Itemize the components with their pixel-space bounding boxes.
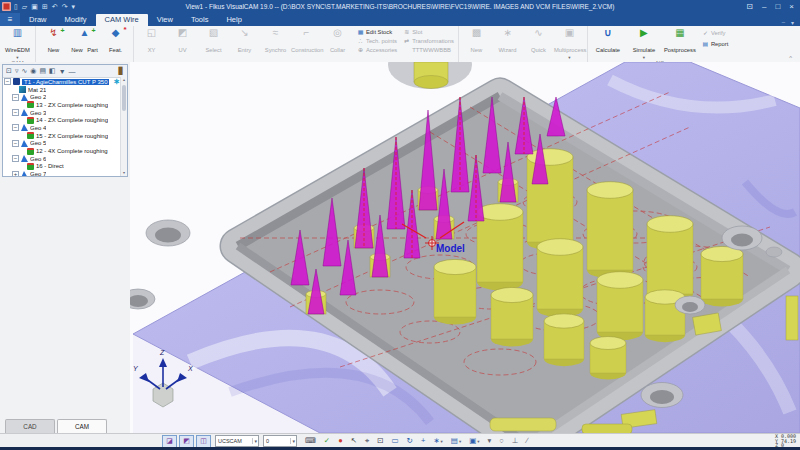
open-file-icon[interactable]: ▱ xyxy=(22,0,27,13)
expander-icon[interactable]: − xyxy=(12,155,19,162)
ribbon-small-button[interactable]: ⊕ Accessories xyxy=(357,46,397,53)
view-iso-icon[interactable]: ◪ xyxy=(162,435,177,448)
ribbon-small-button[interactable]: ≋ Slot xyxy=(403,28,454,35)
ribbon-button[interactable]: ▦ Postprocess xyxy=(662,26,698,56)
document-icon[interactable]: ▤ xyxy=(39,67,46,75)
circle-snap-icon[interactable]: ○ xyxy=(499,435,504,448)
cursor-icon[interactable]: ↖ xyxy=(351,435,357,448)
tree-item[interactable]: 15 - ZX Complete roughing xyxy=(3,132,127,140)
app-icon[interactable] xyxy=(2,2,11,11)
show-curves-icon[interactable]: ∿ xyxy=(21,67,27,75)
menu-tab[interactable]: CAM Wire xyxy=(96,14,148,26)
new-file-icon[interactable]: ▯ xyxy=(14,0,18,13)
ribbon-small-button[interactable]: TTTWWWBBB xyxy=(403,47,454,53)
tree-item[interactable]: + Geo 7 xyxy=(3,170,127,177)
ribbon-button[interactable]: ▲ New Part xyxy=(69,26,100,56)
ribbon-small-button[interactable]: ✓ Verify xyxy=(702,29,728,36)
ribbon-button[interactable]: ▥ WireEDM ▾ xyxy=(2,26,33,60)
ribbon-minimize-icon[interactable]: – xyxy=(782,19,785,26)
select-window-icon[interactable]: ⊡ xyxy=(377,435,383,448)
tree-item[interactable]: − Geo 4 xyxy=(3,124,127,132)
pin-icon[interactable]: ▊ xyxy=(119,67,124,75)
ribbon-button-icon: ▣ xyxy=(561,27,577,38)
ribbon-small-button[interactable]: ⇄ Transformations xyxy=(403,37,454,44)
viewport-3d[interactable]: Model Z Y X xyxy=(130,62,800,433)
expander-icon[interactable]: + xyxy=(12,171,19,177)
undo-icon[interactable]: ↶ xyxy=(52,0,58,13)
scrollbar-thumb[interactable] xyxy=(122,85,126,111)
ribbon-small-button[interactable]: ▦ Edit Stock xyxy=(357,28,397,35)
close-icon[interactable]: × xyxy=(789,2,794,11)
ribbon-button[interactable]: ▶ Simulate ▾ xyxy=(626,26,662,60)
tree-item[interactable]: − Geo 5 xyxy=(3,140,127,148)
ribbon-collapse-icon[interactable]: ^ xyxy=(789,55,792,61)
favorite-icon[interactable]: ∗ xyxy=(113,77,120,86)
ribbon-small-button[interactable]: ▤ Report xyxy=(702,40,728,47)
expander-icon[interactable]: − xyxy=(12,124,19,131)
expander-icon[interactable]: − xyxy=(12,94,19,101)
mode-tab[interactable]: CAM xyxy=(57,419,107,433)
tree-item[interactable]: − T1 - AgieCharmilles CUT P 350 ∗ xyxy=(3,78,127,86)
minimize-icon[interactable]: – xyxy=(762,2,766,11)
view-top-icon[interactable]: ◩ xyxy=(179,435,194,448)
filter-icon[interactable]: ▼ xyxy=(59,68,66,75)
wire-filter-icon[interactable]: ▿ xyxy=(15,67,19,75)
line-snap-icon[interactable]: ∕ xyxy=(526,435,527,448)
expander-icon[interactable]: − xyxy=(12,109,19,116)
menu-tab[interactable]: Draw xyxy=(20,14,56,26)
ribbon-small-button[interactable]: ∴ Tech. points xyxy=(357,37,397,44)
ribbon-button[interactable]: ⌐ Construction xyxy=(291,26,322,56)
expander-icon[interactable]: − xyxy=(12,140,19,147)
ribbon-more-icon[interactable]: ▾ xyxy=(791,19,794,26)
redo-icon[interactable]: ↷ xyxy=(62,0,68,13)
view-dynamic-icon[interactable]: ◫ xyxy=(196,435,211,448)
zoom-window-icon[interactable]: ▭ xyxy=(391,435,398,448)
chevron-down-icon[interactable]: ▾ xyxy=(290,438,296,444)
copy-view-icon[interactable]: ▣▾ xyxy=(469,435,479,448)
scroll-down-icon[interactable]: ▾ xyxy=(121,170,127,176)
save-icon[interactable]: ▣ xyxy=(31,0,38,13)
keyboard-icon[interactable]: ⌨ xyxy=(305,435,316,448)
chevron-down-icon[interactable]: ▾ xyxy=(252,438,258,444)
world-icon[interactable]: ◉ xyxy=(30,67,36,75)
ribbon-button[interactable]: ▣ Multiprocess ▾ xyxy=(554,26,585,60)
pan-icon[interactable]: + xyxy=(421,435,425,448)
hamburger-menu-icon[interactable]: ≡ xyxy=(0,13,20,26)
scroll-up-icon[interactable]: ▴ xyxy=(121,77,127,83)
layer-select[interactable]: 0 ▾ xyxy=(263,435,297,447)
rotate-view-icon[interactable]: ↻ xyxy=(407,435,413,448)
tree-item[interactable]: Mat 21 xyxy=(3,86,127,94)
zoom-extents-icon[interactable]: ∗▾ xyxy=(433,435,443,448)
snap-filter-icon[interactable]: ▾ xyxy=(488,435,492,448)
menu-tab[interactable]: Tools xyxy=(182,14,218,26)
zoom-cursor-icon[interactable]: ⌖ xyxy=(365,435,369,448)
ribbon-button[interactable]: ≈ Synchro xyxy=(260,26,291,56)
mode-tab[interactable]: CAD xyxy=(5,419,55,433)
tree-scrollbar[interactable]: ▴ ▾ xyxy=(120,77,127,176)
ribbon-button[interactable]: ∪ Calculate xyxy=(590,26,626,56)
restore-icon[interactable]: □ xyxy=(775,2,780,11)
tree-item[interactable]: 14 - ZX Complete roughing xyxy=(3,116,127,124)
ribbon: ▥ WireEDM ▾ CAM ↯ New Toolpath ▲ New Par… xyxy=(0,26,800,63)
confirm-icon[interactable]: ✓ xyxy=(324,435,330,448)
ucs-select[interactable]: UCSCAM ▾ xyxy=(215,435,259,447)
perpendicular-snap-icon[interactable]: ⊥ xyxy=(512,435,519,448)
collapse-all-icon[interactable]: — xyxy=(69,68,76,75)
expander-icon[interactable]: − xyxy=(4,78,11,85)
tree-item[interactable]: 13 - ZX Complete roughing xyxy=(3,101,127,109)
qat-dropdown-icon[interactable]: ▾ xyxy=(72,0,76,13)
ribbon-options-icon[interactable]: ⊡ xyxy=(746,2,753,11)
show-machine-icon[interactable]: ⊡ xyxy=(6,67,12,75)
print-icon[interactable]: ⊞ xyxy=(42,0,48,13)
stop-icon[interactable]: ● xyxy=(338,435,343,448)
tree-item[interactable]: − Geo 3 xyxy=(3,109,127,117)
tree-item[interactable]: − Geo 6 xyxy=(3,155,127,163)
solids-icon[interactable]: ◧ xyxy=(49,67,56,75)
tree-item[interactable]: 16 - Direct xyxy=(3,163,127,171)
menu-tab[interactable]: Help xyxy=(217,14,250,26)
tree-item[interactable]: − Geo 2 xyxy=(3,93,127,101)
menu-tab[interactable]: View xyxy=(148,14,182,26)
tree-item[interactable]: 12 - 4X Complete roughing xyxy=(3,147,127,155)
layers-icon[interactable]: ▤▾ xyxy=(451,435,461,448)
ribbon-button[interactable]: ∗ Wizard xyxy=(492,26,523,56)
